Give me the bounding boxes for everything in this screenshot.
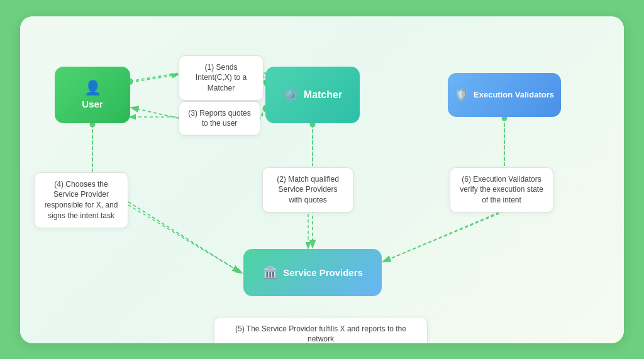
svg-line-7 xyxy=(128,205,242,273)
validators-icon: 🛡️ xyxy=(455,88,469,102)
matcher-node: ⚙️ Matcher xyxy=(265,67,360,123)
tooltip-5-text: (5) The Service Provider fulfills X and … xyxy=(235,324,406,343)
service-providers-icon: 🏛️ xyxy=(262,265,278,280)
diagram-card: 👤 User ⚙️ Matcher 🛡️ Execution Validator… xyxy=(20,16,624,343)
svg-line-14 xyxy=(130,73,179,81)
validators-node: 🛡️ Execution Validators xyxy=(448,73,561,117)
svg-line-16 xyxy=(261,109,265,118)
svg-line-1 xyxy=(130,75,177,82)
tooltip-4-text: (4) Chooses the Service Provider respons… xyxy=(45,180,118,220)
tooltip-3: (3) Reports quotes to the user xyxy=(179,101,260,136)
svg-line-24 xyxy=(383,211,504,262)
user-node: 👤 User xyxy=(55,67,130,123)
service-providers-label: Service Providers xyxy=(283,267,363,278)
tooltip-5: (5) The Service Provider fulfills X and … xyxy=(214,317,428,343)
tooltip-6: (6) Execution Validators verify the exec… xyxy=(450,167,553,213)
matcher-label: Matcher xyxy=(304,89,342,101)
matcher-icon: ⚙️ xyxy=(283,87,299,102)
user-label: User xyxy=(82,99,103,109)
service-providers-node: 🏛️ Service Providers xyxy=(243,249,382,296)
svg-line-20 xyxy=(128,202,240,272)
tooltip-2: (2) Match qualified Service Providers wi… xyxy=(262,167,353,213)
validators-label: Execution Validators xyxy=(474,90,554,99)
svg-line-4 xyxy=(260,108,265,117)
svg-line-11 xyxy=(384,210,504,262)
svg-line-17 xyxy=(131,108,179,118)
tooltip-3-text: (3) Reports quotes to the user xyxy=(188,109,250,128)
tooltip-2-text: (2) Match qualified Service Providers wi… xyxy=(277,175,339,205)
tooltip-6-text: (6) Execution Validators verify the exec… xyxy=(460,175,543,205)
tooltip-4: (4) Chooses the Service Provider respons… xyxy=(34,172,128,228)
tooltip-1: (1) Sends Intent(C,X) to a Matcher xyxy=(179,55,264,101)
tooltip-1-text: (1) Sends Intent(C,X) to a Matcher xyxy=(196,63,247,93)
user-icon: 👤 xyxy=(84,80,101,96)
